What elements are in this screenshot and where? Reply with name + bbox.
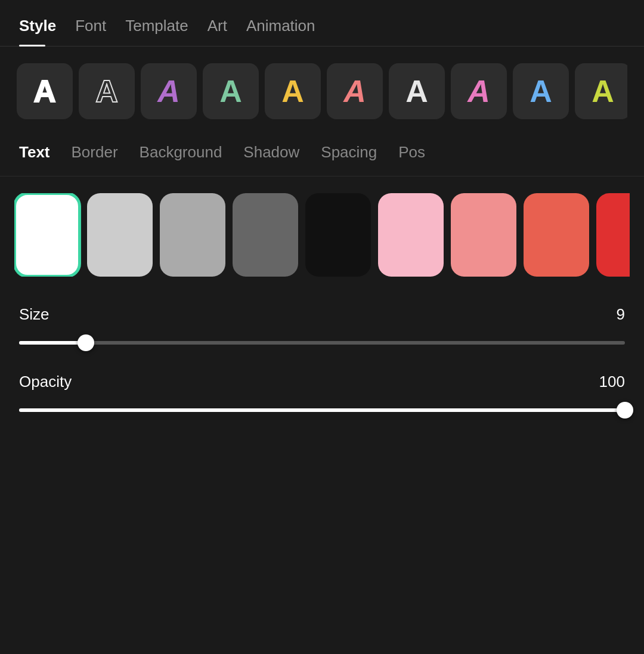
font-style-4[interactable]: A <box>203 63 259 119</box>
font-style-letter-3: A <box>157 76 180 107</box>
color-swatch-light-pink[interactable] <box>378 193 444 277</box>
font-style-8[interactable]: A <box>451 63 507 119</box>
nav-item-template[interactable]: Template <box>125 17 188 46</box>
color-swatch-black[interactable] <box>305 193 371 277</box>
top-nav: Style Font Template Art Animation <box>0 0 644 47</box>
nav-item-style[interactable]: Style <box>19 17 56 46</box>
sub-nav-border[interactable]: Border <box>72 143 118 164</box>
color-swatch-coral[interactable] <box>524 193 589 277</box>
font-style-letter-9: A <box>530 76 552 107</box>
opacity-slider-wrapper[interactable] <box>19 402 625 419</box>
size-label-row: Size 9 <box>19 305 625 324</box>
sub-nav-spacing[interactable]: Spacing <box>321 143 377 164</box>
opacity-label: Opacity <box>19 373 72 391</box>
opacity-slider-thumb[interactable] <box>617 402 633 419</box>
nav-item-art[interactable]: Art <box>208 17 227 46</box>
opacity-label-row: Opacity 100 <box>19 373 625 391</box>
font-style-letter-5: A <box>281 76 304 107</box>
font-style-9[interactable]: A <box>513 63 569 119</box>
color-swatch-red[interactable] <box>596 193 630 277</box>
size-label: Size <box>19 305 49 324</box>
sub-nav-shadow[interactable]: Shadow <box>243 143 299 164</box>
size-slider-thumb[interactable] <box>78 334 94 351</box>
font-style-7[interactable]: A <box>389 63 445 119</box>
font-style-letter-1: A <box>33 76 56 107</box>
opacity-value: 100 <box>599 373 625 391</box>
sub-nav: Text Border Background Shadow Spacing Po… <box>0 131 644 176</box>
size-slider-row: Size 9 <box>19 305 625 351</box>
color-swatch-white[interactable] <box>14 193 80 277</box>
color-swatches-grid <box>14 193 630 277</box>
color-swatch-salmon[interactable] <box>451 193 516 277</box>
font-style-6[interactable]: A <box>327 63 383 119</box>
slider-section: Size 9 Opacity 100 <box>0 291 644 454</box>
font-style-2[interactable]: A <box>79 63 135 119</box>
color-swatch-dark-gray[interactable] <box>233 193 298 277</box>
font-style-letter-7: A <box>405 76 428 107</box>
font-style-3[interactable]: A <box>141 63 197 119</box>
font-styles-grid: A A A A A A A A A A <box>17 63 627 119</box>
color-swatch-light-gray[interactable] <box>87 193 153 277</box>
font-style-letter-10: A <box>592 76 614 107</box>
font-style-1[interactable]: A <box>17 63 73 119</box>
size-value: 9 <box>617 305 625 324</box>
color-swatches-section <box>0 176 644 291</box>
nav-item-animation[interactable]: Animation <box>246 17 315 46</box>
font-style-5[interactable]: A <box>265 63 321 119</box>
color-swatch-gray[interactable] <box>160 193 225 277</box>
sub-nav-position[interactable]: Pos <box>398 143 425 164</box>
font-style-letter-6: A <box>343 76 366 107</box>
size-slider-track <box>19 341 625 345</box>
size-slider-fill <box>19 341 86 345</box>
sub-nav-text[interactable]: Text <box>19 143 50 164</box>
opacity-slider-fill <box>19 408 625 412</box>
size-slider-wrapper[interactable] <box>19 334 625 351</box>
opacity-slider-row: Opacity 100 <box>19 373 625 419</box>
font-style-letter-4: A <box>219 76 242 107</box>
font-styles-section: A A A A A A A A A A <box>0 47 644 131</box>
font-style-10[interactable]: A <box>575 63 627 119</box>
font-style-letter-8: A <box>467 76 490 107</box>
sub-nav-background[interactable]: Background <box>140 143 222 164</box>
nav-item-font[interactable]: Font <box>75 17 106 46</box>
font-style-letter-2: A <box>95 76 118 107</box>
